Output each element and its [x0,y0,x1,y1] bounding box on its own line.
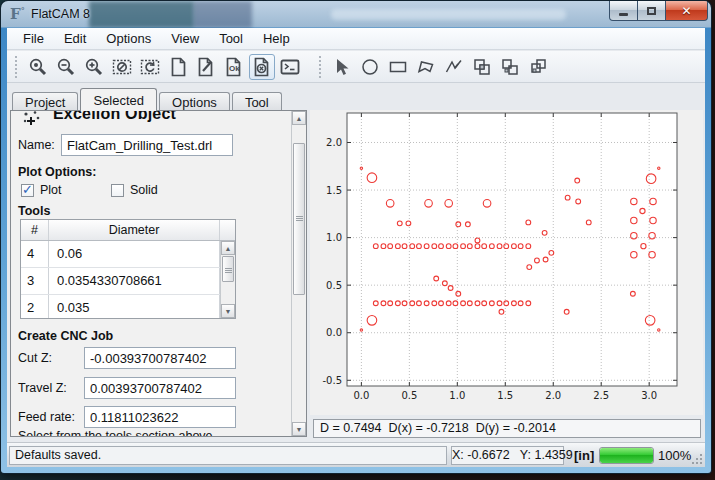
draw-polygon-icon[interactable] [413,54,439,80]
name-label: Name: [18,138,55,152]
excellon-object-icon [21,110,43,131]
table-row[interactable]: 40.06 [21,241,235,268]
desktop-background: F° FlatCAM 8 ✕ File Edit Options View To… [0,0,715,480]
zoom-out-icon[interactable] [53,54,79,80]
feed-rate-label: Feed rate: [18,410,75,424]
coordinates-readout: X: -0.6672 Y: 1.4359 [451,446,564,465]
svg-text:0.0: 0.0 [326,327,342,338]
distance-readout: D = 0.7494 D(x) = -0.7218 D(y) = -0.2014 [313,419,701,438]
tab-tool[interactable]: Tool [232,92,282,111]
scrollbar-thumb[interactable] [222,256,234,282]
tools-label: Tools [18,204,50,218]
tools-table[interactable]: # Diameter 40.06 30.0354330708661 20.035… [20,219,236,319]
panel-heading: Excellon Object [53,111,253,126]
minimize-icon [619,13,628,16]
svg-text:2.5: 2.5 [593,390,609,401]
menu-view[interactable]: View [161,29,209,48]
draw-polyline-icon[interactable] [441,54,467,80]
delete-object-icon[interactable] [249,54,275,80]
cut-z-label: Cut Z: [18,351,52,365]
selected-tab-panel: Excellon Object Name: Plot Options: ✓ Pl… [10,110,307,437]
scroll-down-arrow[interactable]: ▼ [292,422,306,436]
checkbox-checked-icon: ✓ [21,184,34,197]
resize-grip[interactable] [692,454,702,464]
travel-z-input[interactable] [84,377,236,399]
progress-bar [599,447,654,464]
close-button[interactable]: ✕ [666,1,708,21]
draw-circle-icon[interactable] [357,54,383,80]
panel-scrollbar[interactable]: ▲ ▼ [291,111,306,436]
app-window: F° FlatCAM 8 ✕ File Edit Options View To… [1,1,711,473]
cut-z-input[interactable] [84,347,236,369]
tab-bar: Project Selected Options Tool [12,89,284,111]
svg-text:2.0: 2.0 [326,137,342,148]
name-input[interactable] [61,134,233,156]
pointer-icon[interactable] [329,54,355,80]
menu-options[interactable]: Options [96,29,161,48]
column-header-diameter: Diameter [49,220,220,240]
zoom-in-icon[interactable] [81,54,107,80]
clear-plot-icon[interactable] [109,54,135,80]
plot-checkbox[interactable]: ✓ Plot [21,183,62,197]
menu-file[interactable]: File [13,29,54,48]
scroll-down-arrow[interactable]: ▼ [221,304,235,318]
tab-project[interactable]: Project [12,92,78,111]
window-title: FlatCAM 8 [31,7,90,21]
toolbar: Ok [7,51,705,83]
scroll-up-arrow[interactable]: ▲ [221,241,235,255]
svg-text:1.0: 1.0 [449,390,465,401]
menu-edit[interactable]: Edit [54,29,96,48]
open-edit-icon[interactable] [193,54,219,80]
minimize-button[interactable] [609,1,638,21]
window-body: File Edit Options View Tool Help [7,28,705,467]
solid-checkbox[interactable]: Solid [111,183,158,197]
table-row[interactable]: 20.035 [21,295,235,319]
column-header-number: # [21,220,49,240]
plot-canvas[interactable]: 0.00.51.01.52.02.53.0-0.50.00.51.01.52.0 [310,110,703,415]
shell-icon[interactable] [277,54,303,80]
ok-file-icon[interactable]: Ok [221,54,247,80]
maximize-button[interactable] [638,1,666,21]
scroll-up-arrow[interactable]: ▲ [292,111,306,125]
scrollbar-thumb[interactable] [293,143,305,295]
tools-table-header: # Diameter [21,220,235,241]
svg-text:3.0: 3.0 [641,390,657,401]
svg-text:1.5: 1.5 [326,185,342,196]
plot-options-label: Plot Options: [18,165,96,179]
new-project-icon[interactable] [165,54,191,80]
titlebar-glass-artifact [89,1,194,28]
window-controls: ✕ [609,1,708,21]
svg-text:Ok: Ok [229,64,240,73]
progress-fill [600,448,653,463]
svg-text:0.5: 0.5 [401,390,417,401]
svg-text:1.0: 1.0 [326,232,342,243]
copy-objects-icon[interactable] [469,54,495,80]
draw-rectangle-icon[interactable] [385,54,411,80]
titlebar-glass-artifact [194,1,252,28]
subtract-objects-icon[interactable] [525,54,551,80]
join-objects-icon[interactable] [497,54,523,80]
status-bar: Defaults saved. X: -0.6672 Y: 1.4359 [in… [7,442,705,467]
checkbox-unchecked-icon [111,184,124,197]
progress-percent: 100% [658,448,691,463]
feed-rate-input[interactable] [84,406,236,428]
titlebar[interactable]: F° FlatCAM 8 ✕ [1,1,711,28]
menu-tool[interactable]: Tool [209,29,253,48]
toolbar-drag-handle[interactable] [15,56,19,78]
svg-text:1.5: 1.5 [497,390,513,401]
tools-hint: Select from the tools section above [18,429,213,437]
tab-options[interactable]: Options [159,92,230,111]
table-row[interactable]: 30.0354330708661 [21,268,235,295]
menu-bar: File Edit Options View Tool Help [7,28,705,50]
svg-text:0.0: 0.0 [353,390,369,401]
zoom-fit-icon[interactable] [25,54,51,80]
toolbar-drag-handle[interactable] [319,56,323,78]
status-message: Defaults saved. [9,446,447,465]
tab-selected[interactable]: Selected [80,88,157,111]
units-label: [in] [574,448,594,463]
menu-help[interactable]: Help [253,29,300,48]
flatcam-logo-icon: F° [10,5,28,23]
replot-icon[interactable] [137,54,163,80]
table-scrollbar[interactable]: ▲ ▼ [220,241,235,318]
travel-z-label: Travel Z: [18,381,67,395]
